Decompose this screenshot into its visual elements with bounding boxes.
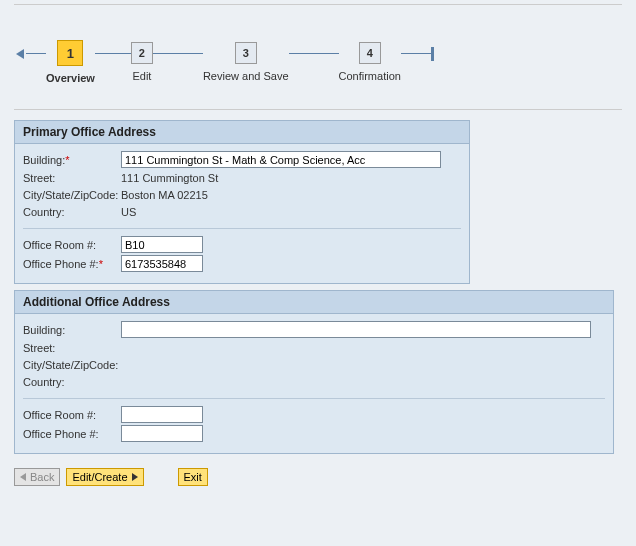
add-building-label: Building: (23, 324, 121, 336)
room-label: Office Room #: (23, 239, 121, 251)
wizard-step-number: 1 (57, 40, 83, 66)
edit-create-button[interactable]: Edit/Create (66, 468, 143, 486)
back-button-label: Back (30, 471, 54, 483)
street-label: Street: (23, 172, 121, 184)
chevron-right-icon (132, 473, 138, 481)
add-room-label: Office Room #: (23, 409, 121, 421)
add-phone-input[interactable] (121, 425, 203, 442)
page: 1 Overview 2 Edit 3 Review and Save 4 Co… (0, 4, 636, 486)
wizard-step-number: 2 (131, 42, 153, 64)
primary-office-body: Building:* Street: 111 Cummington St Cit… (15, 144, 469, 283)
wizard-end-marker-icon (431, 47, 434, 61)
primary-office-panel: Primary Office Address Building:* Street… (14, 120, 470, 284)
phone-input[interactable] (121, 255, 203, 272)
phone-label: Office Phone #:* (23, 258, 121, 270)
wizard-step-confirmation[interactable]: 4 Confirmation (339, 35, 401, 82)
mid-divider (14, 109, 622, 110)
wizard-left-arrow-icon (16, 49, 24, 59)
room-input[interactable] (121, 236, 203, 253)
building-label: Building:* (23, 154, 121, 166)
wizard-step-number: 3 (235, 42, 257, 64)
panel-divider (23, 398, 605, 399)
wizard-step-label: Edit (132, 70, 151, 82)
additional-office-panel: Additional Office Address Building: Stre… (14, 290, 614, 454)
button-row: Back Edit/Create Exit (14, 468, 622, 486)
additional-office-header: Additional Office Address (15, 291, 613, 314)
primary-office-header: Primary Office Address (15, 121, 469, 144)
country-value: US (121, 206, 136, 218)
exit-button[interactable]: Exit (178, 468, 208, 486)
wizard-connector (95, 53, 131, 54)
add-room-input[interactable] (121, 406, 203, 423)
wizard-nav: 1 Overview 2 Edit 3 Review and Save 4 Co… (0, 5, 636, 83)
wizard-step-overview[interactable]: 1 Overview (46, 35, 95, 84)
exit-button-label: Exit (184, 471, 202, 483)
wizard-step-label: Confirmation (339, 70, 401, 82)
add-csz-label: City/State/ZipCode: (23, 359, 121, 371)
wizard-connector (401, 53, 431, 54)
wizard-step-label: Overview (46, 72, 95, 84)
chevron-left-icon (20, 473, 26, 481)
csz-label: City/State/ZipCode: (23, 189, 121, 201)
add-street-label: Street: (23, 342, 121, 354)
wizard-connector (153, 53, 203, 54)
wizard-step-edit[interactable]: 2 Edit (131, 35, 153, 82)
additional-office-body: Building: Street: City/State/ZipCode: Co… (15, 314, 613, 453)
add-country-label: Country: (23, 376, 121, 388)
csz-value: Boston MA 02215 (121, 189, 208, 201)
building-input[interactable] (121, 151, 441, 168)
wizard-step-review[interactable]: 3 Review and Save (203, 35, 289, 82)
add-phone-label: Office Phone #: (23, 428, 121, 440)
back-button[interactable]: Back (14, 468, 60, 486)
wizard-connector (289, 53, 339, 54)
street-value: 111 Cummington St (121, 172, 218, 184)
wizard-step-label: Review and Save (203, 70, 289, 82)
add-building-input[interactable] (121, 321, 591, 338)
edit-create-button-label: Edit/Create (72, 471, 127, 483)
wizard-step-number: 4 (359, 42, 381, 64)
wizard-connector (26, 53, 46, 54)
country-label: Country: (23, 206, 121, 218)
panel-divider (23, 228, 461, 229)
